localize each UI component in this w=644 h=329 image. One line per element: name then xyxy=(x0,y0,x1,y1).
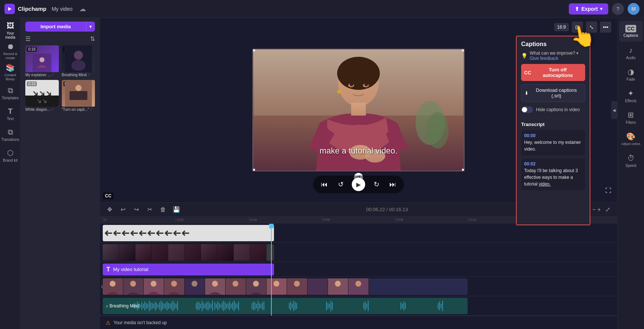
svg-point-39 xyxy=(253,281,259,287)
select-tool-button[interactable]: ✥ xyxy=(104,204,115,215)
undo-button[interactable]: ↩ xyxy=(118,204,128,215)
cc-icon: CC xyxy=(524,70,531,75)
filter-icon[interactable]: ☰ xyxy=(25,35,31,42)
main-video-track[interactable] xyxy=(103,278,468,295)
resize-handle-br[interactable] xyxy=(462,169,465,171)
right-tool-filters[interactable]: ⊞ Filters xyxy=(619,107,643,128)
text-track-label: My video tutorial xyxy=(113,267,149,272)
audio-track[interactable]: ♪ Breathing Mind xyxy=(103,298,468,314)
sort-icon[interactable]: ⇅ xyxy=(90,35,95,42)
sidebar-label-record: Record &create xyxy=(3,52,17,60)
sidebar-item-record-create[interactable]: ⏺ Record &create xyxy=(1,42,19,61)
transcript-block-2[interactable]: 00:02 Today I'll be talking about 3 effe… xyxy=(521,158,585,190)
transcript-highlight: video. xyxy=(539,181,551,187)
video-frame-5 xyxy=(185,278,205,295)
resize-handle-bl[interactable] xyxy=(252,169,255,171)
sidebar-item-brand-kit[interactable]: ⬡ Brand kit xyxy=(1,146,19,165)
import-media-button[interactable]: Import media xyxy=(25,22,86,32)
media-item[interactable]: 0:05 "Turn on capti..." ✓ xyxy=(62,80,95,112)
feedback-link[interactable]: Give feedback xyxy=(530,56,585,61)
svg-rect-61 xyxy=(149,301,150,311)
transcript-text-2: Today I'll be talking about 3 effective … xyxy=(524,167,582,187)
track-clip-filmstrip[interactable] xyxy=(103,244,274,261)
import-dropdown-button[interactable]: ▾ xyxy=(86,22,95,32)
svg-rect-90 xyxy=(209,303,210,309)
track-row-filmstrip xyxy=(100,243,617,262)
aspect-ratio-badge: 16:9 xyxy=(554,23,569,31)
resize-handle-tl[interactable] xyxy=(252,49,255,51)
right-tool-captions[interactable]: CC Captions xyxy=(619,21,643,42)
arrow-item: ➜ xyxy=(164,228,173,238)
help-button[interactable]: ? xyxy=(612,3,624,15)
video-frame-4 xyxy=(164,278,185,295)
sidebar-item-templates[interactable]: ⧉ Templates xyxy=(1,83,19,103)
expand-button[interactable]: ⤢ xyxy=(602,204,613,215)
app-logo[interactable]: Clipchamp xyxy=(4,4,47,14)
export-button[interactable]: ⬆ Export ▾ xyxy=(569,3,608,14)
zoom-out-button[interactable]: − xyxy=(592,206,596,213)
download-captions-button[interactable]: ⬇ Download captions (.srt) xyxy=(521,84,585,102)
svg-rect-134 xyxy=(401,302,401,310)
library-icon: 📚 xyxy=(6,63,15,72)
forward-button[interactable]: ↻ xyxy=(371,179,382,190)
sidebar-item-your-media[interactable]: 🖼 Your media xyxy=(1,21,19,40)
project-title[interactable]: My video xyxy=(52,6,73,12)
status-message: Your media isn't backed up xyxy=(114,320,167,325)
rewind-button[interactable]: ↺ xyxy=(335,179,346,190)
timeline-collapse-button[interactable]: ◀ xyxy=(611,101,617,119)
svg-rect-125 xyxy=(326,301,327,310)
user-avatar[interactable]: M xyxy=(628,3,640,15)
more-options-button[interactable]: ••• xyxy=(600,22,611,33)
split-button[interactable]: ✂ xyxy=(144,204,155,215)
move-tool-button[interactable]: ⤡ xyxy=(586,22,597,33)
hide-captions-toggle[interactable] xyxy=(521,106,533,113)
video-subtitle: make a tutorial video. xyxy=(319,146,397,156)
media-item[interactable]: 3:09 Breathing Mind ✓ xyxy=(62,45,95,77)
right-tool-audio[interactable]: ♪ Audio xyxy=(619,42,643,63)
track-row-text: T My video tutorial xyxy=(100,262,617,277)
track-clip-arrows[interactable]: ➜ ➜ ➜ ➜ ➜ ➜ ➜ ➜ ➜ ➜ xyxy=(103,225,274,241)
redo-button[interactable]: ↪ xyxy=(131,204,141,215)
save-button[interactable]: 💾 xyxy=(171,204,182,215)
play-pause-button[interactable]: ▶ xyxy=(352,178,365,191)
media-check-icon: ✓ xyxy=(51,107,54,111)
svg-rect-136 xyxy=(404,301,404,310)
app-name: Clipchamp xyxy=(18,6,47,12)
text-track-icon: T xyxy=(106,266,110,273)
media-thumbnail: 0:05 xyxy=(62,80,95,107)
sidebar-item-transitions[interactable]: ⧉ Transitions xyxy=(1,125,19,144)
right-tool-effects[interactable]: ✦ Effects xyxy=(619,86,643,106)
transcript-block-1[interactable]: 00:00 Hey, welcome to my exlainer video. xyxy=(521,130,585,155)
svg-rect-74 xyxy=(168,303,169,309)
right-tool-fade[interactable]: ◑ Fade xyxy=(619,64,643,85)
right-tool-adjust-colors[interactable]: 🎨 Adjust colors xyxy=(619,129,643,149)
captions-toggle-button[interactable]: CC xyxy=(103,193,114,199)
skip-to-start-button[interactable]: ⏮ xyxy=(319,179,329,190)
zoom-in-button[interactable]: + xyxy=(597,206,601,213)
svg-rect-98 xyxy=(222,302,223,310)
sidebar-item-content-library[interactable]: 📚 Contentlibrary xyxy=(1,62,19,82)
right-tool-speed[interactable]: ⏱ Speed xyxy=(619,150,643,171)
media-item[interactable]: 0:16 My explainer ... ✓ xyxy=(25,45,59,77)
svg-point-27 xyxy=(130,281,136,287)
text-track-clip[interactable]: T My video tutorial xyxy=(103,264,274,275)
sidebar-item-text[interactable]: T Text xyxy=(1,104,19,123)
audio-track-name: Breathing Mind xyxy=(109,303,140,309)
svg-rect-108 xyxy=(237,304,237,308)
track-indent: ⏸ xyxy=(100,285,103,288)
crop-tool-button[interactable]: ⊡ xyxy=(572,22,583,33)
delete-button[interactable]: 🗑 xyxy=(158,204,168,215)
svg-point-37 xyxy=(233,281,239,287)
arrow-item: ➜ xyxy=(173,228,181,238)
turn-off-autocaptions-button[interactable]: CC Turn off autocaptions xyxy=(521,64,585,81)
skip-to-end-button[interactable]: ⏭ xyxy=(388,179,398,190)
video-container: make a tutorial video. ↺ xyxy=(252,49,465,171)
svg-rect-92 xyxy=(212,301,213,311)
resize-handle-tr[interactable] xyxy=(462,49,465,51)
fullscreen-button[interactable]: ⛶ xyxy=(605,187,611,194)
right-tools-area: CC Captions ♪ Audio ◑ Fade ✦ Effects ⊞ F… xyxy=(617,18,644,329)
feedback-question: What can we improve? ▾ xyxy=(530,51,585,56)
audio-waveform-svg xyxy=(103,298,468,314)
svg-rect-2 xyxy=(33,54,51,72)
media-item[interactable]: 0:10 ➜ ➜ ➜ ➜ ➜ White diagon... ✓ xyxy=(25,80,59,112)
